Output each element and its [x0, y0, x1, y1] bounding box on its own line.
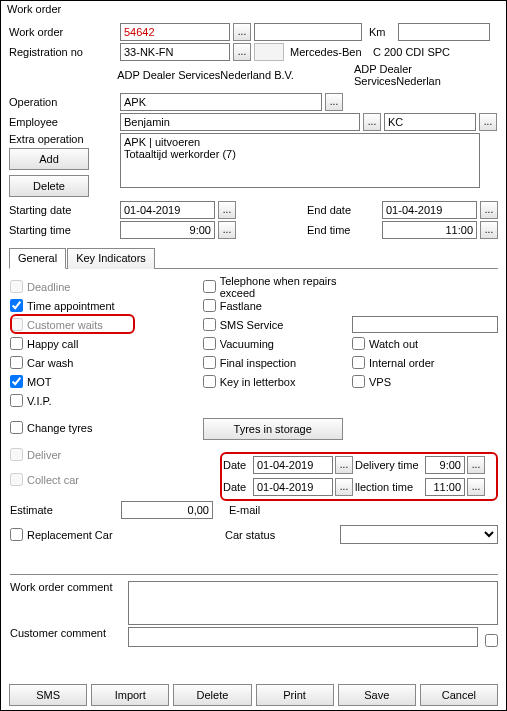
label-fastlane: Fastlane: [220, 300, 262, 312]
label-watch-out: Watch out: [369, 338, 418, 350]
tab-panel-general: Deadline Time appointment Customer waits…: [9, 269, 498, 647]
sms-button[interactable]: SMS: [9, 684, 87, 706]
label-employee: Employee: [9, 116, 117, 128]
label-deliver: Deliver: [27, 449, 61, 461]
mot-checkbox[interactable]: [10, 375, 23, 388]
registration-lookup-button[interactable]: ...: [233, 43, 251, 61]
label-start-time: Starting time: [9, 224, 117, 236]
save-button[interactable]: Save: [338, 684, 416, 706]
end-time-picker-button[interactable]: ...: [480, 221, 498, 239]
final-insp-checkbox[interactable]: [203, 356, 216, 369]
tel-exceed-checkbox[interactable]: [203, 280, 216, 293]
work-order-lookup-button[interactable]: ...: [233, 23, 251, 41]
km-input[interactable]: [398, 23, 490, 41]
employee-code-input[interactable]: [384, 113, 476, 131]
time-appt-checkbox[interactable]: [10, 299, 23, 312]
change-tyres-checkbox[interactable]: [10, 421, 23, 434]
tab-general[interactable]: General: [9, 248, 66, 269]
operation-lookup-button[interactable]: ...: [325, 93, 343, 111]
label-start-date: Starting date: [9, 204, 117, 216]
registration-input[interactable]: [120, 43, 230, 61]
end-date-input[interactable]: [382, 201, 477, 219]
vps-checkbox[interactable]: [352, 375, 365, 388]
deadline-checkbox: [10, 280, 23, 293]
label-wo-comment: Work order comment: [10, 581, 125, 593]
estimate-input[interactable]: [121, 501, 213, 519]
tyres-storage-button[interactable]: Tyres in storage: [203, 418, 343, 440]
end-time-input[interactable]: [382, 221, 477, 239]
label-collect-date: Date: [223, 481, 251, 493]
end-date-picker-button[interactable]: ...: [480, 201, 498, 219]
sms-number-input[interactable]: [352, 316, 498, 333]
blank-field-1[interactable]: [254, 23, 362, 41]
deliver-time-picker-button[interactable]: ...: [467, 456, 485, 474]
collect-date-input[interactable]: [253, 478, 333, 496]
tab-key-indicators[interactable]: Key Indicators: [67, 248, 155, 269]
start-date-picker-button[interactable]: ...: [218, 201, 236, 219]
collect-date-picker-button[interactable]: ...: [335, 478, 353, 496]
replacement-car-checkbox[interactable]: [10, 528, 23, 541]
label-km: Km: [369, 26, 395, 38]
key-letterbox-checkbox[interactable]: [203, 375, 216, 388]
window-title: Work order: [7, 3, 61, 15]
deliver-checkbox: [10, 448, 23, 461]
label-registration: Registration no: [9, 46, 117, 58]
model-text: C 200 CDI SPC: [373, 46, 450, 58]
employee-code-lookup-button[interactable]: ...: [479, 113, 497, 131]
work-order-input[interactable]: [120, 23, 230, 41]
tab-strip: General Key Indicators: [9, 247, 498, 269]
label-happy-call: Happy call: [27, 338, 78, 350]
start-date-input[interactable]: [120, 201, 215, 219]
car-status-select[interactable]: [340, 525, 498, 544]
employee-lookup-button[interactable]: ...: [363, 113, 381, 131]
label-end-time: End time: [307, 224, 379, 236]
collect-checkbox: [10, 473, 23, 486]
vacuuming-checkbox[interactable]: [203, 337, 216, 350]
label-vip: V.I.P.: [27, 395, 51, 407]
happy-call-checkbox[interactable]: [10, 337, 23, 350]
extra-op-textarea[interactable]: APK | uitvoeren Totaaltijd werkorder (7): [120, 133, 480, 188]
start-time-input[interactable]: [120, 221, 215, 239]
start-time-picker-button[interactable]: ...: [218, 221, 236, 239]
label-operation: Operation: [9, 96, 117, 108]
label-change-tyres: Change tyres: [27, 422, 92, 434]
label-collect: Collect car: [27, 474, 79, 486]
label-cust-waits: Customer waits: [27, 319, 103, 331]
sms-service-checkbox[interactable]: [203, 318, 216, 331]
label-car-wash: Car wash: [27, 357, 73, 369]
car-wash-checkbox[interactable]: [10, 356, 23, 369]
deliver-date-input[interactable]: [253, 456, 333, 474]
employee-input[interactable]: [120, 113, 360, 131]
collect-time-input[interactable]: [425, 478, 465, 496]
reg-extra-field: [254, 43, 284, 61]
label-email: E-mail: [229, 504, 260, 516]
operation-input[interactable]: [120, 93, 322, 111]
cust-comment-checkbox[interactable]: [485, 634, 498, 647]
dealer1-text: ADP Dealer ServicesNederland B.V.: [117, 69, 351, 81]
label-internal-order: Internal order: [369, 357, 434, 369]
label-work-order: Work order: [9, 26, 117, 38]
delete-op-button[interactable]: Delete: [9, 175, 89, 197]
cancel-button[interactable]: Cancel: [420, 684, 498, 706]
delete-button[interactable]: Delete: [173, 684, 251, 706]
label-deadline: Deadline: [27, 281, 70, 293]
internal-order-checkbox[interactable]: [352, 356, 365, 369]
add-button[interactable]: Add: [9, 148, 89, 170]
fastlane-checkbox[interactable]: [203, 299, 216, 312]
label-mot: MOT: [27, 376, 51, 388]
deliver-time-input[interactable]: [425, 456, 465, 474]
work-order-window: Work order Work order ... Km Registratio…: [0, 0, 507, 711]
collect-time-picker-button[interactable]: ...: [467, 478, 485, 496]
button-bar: SMS Import Delete Print Save Cancel: [9, 684, 498, 706]
deliver-date-picker-button[interactable]: ...: [335, 456, 353, 474]
print-button[interactable]: Print: [256, 684, 334, 706]
label-deliver-time: Delivery time: [355, 459, 423, 471]
cust-waits-checkbox: [10, 318, 23, 331]
cust-comment-textarea[interactable]: [128, 627, 478, 647]
import-button[interactable]: Import: [91, 684, 169, 706]
watch-out-checkbox[interactable]: [352, 337, 365, 350]
vip-checkbox[interactable]: [10, 394, 23, 407]
label-vps: VPS: [369, 376, 391, 388]
wo-comment-textarea[interactable]: [128, 581, 498, 625]
label-time-appt: Time appointment: [27, 300, 115, 312]
